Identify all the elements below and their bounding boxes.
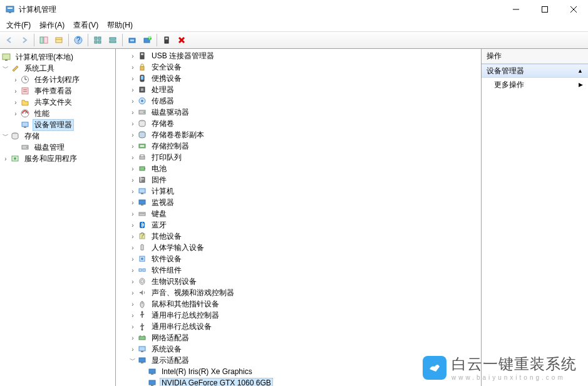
portable-icon [137, 73, 147, 83]
storage_ctrl-icon [137, 141, 147, 151]
maximize-button[interactable] [530, 0, 559, 19]
device-category-hid[interactable]: ›人体学输入设备 [116, 242, 481, 253]
tree-disk-mgmt[interactable]: › 磁盘管理 [1, 142, 114, 153]
scan-hardware-button[interactable] [125, 33, 139, 47]
chevron-right-icon[interactable]: › [128, 254, 137, 263]
device-category-usb[interactable]: ›USB 连接器管理器 [116, 50, 481, 61]
device-category-cpu[interactable]: ›处理器 [116, 84, 481, 95]
menu-view[interactable]: 查看(V) [70, 19, 102, 32]
tree-system-tools[interactable]: ﹀ 系统工具 [1, 63, 114, 74]
chevron-right-icon[interactable]: › [128, 277, 137, 286]
chevron-down-icon[interactable]: ﹀ [128, 356, 137, 365]
chevron-right-icon[interactable]: › [128, 198, 137, 207]
chevron-right-icon[interactable]: › [128, 51, 137, 60]
chevron-right-icon[interactable]: › [128, 164, 137, 173]
more-actions[interactable]: 更多操作 ▶ [482, 78, 588, 91]
device-category-volumes[interactable]: ›存储卷 [116, 118, 481, 129]
device-category-sensors[interactable]: ›传感器 [116, 95, 481, 107]
chevron-right-icon[interactable]: › [128, 288, 137, 297]
device-category-disk_drives[interactable]: ›磁盘驱动器 [116, 107, 481, 118]
display-adapter-item[interactable]: ›Intel(R) Iris(R) Xe Graphics [116, 366, 481, 377]
tree-event-viewer[interactable]: › 事件查看器 [1, 85, 114, 96]
device-category-bluetooth[interactable]: ›蓝牙 [116, 219, 481, 231]
chevron-right-icon[interactable]: › [128, 232, 137, 241]
device-category-monitor[interactable]: ›监视器 [116, 197, 481, 208]
usb-icon-button[interactable] [160, 33, 173, 47]
chevron-right-icon[interactable]: › [128, 85, 137, 94]
device-category-keyboard[interactable]: ›键盘 [116, 208, 481, 219]
device-category-usb_dev[interactable]: ›通用串行总线设备 [116, 321, 481, 332]
tree-task-scheduler[interactable]: › 任务计划程序 [1, 74, 114, 85]
resource-view-button[interactable] [106, 33, 120, 47]
device-category-network[interactable]: ›网络适配器 [116, 332, 481, 343]
chevron-right-icon[interactable]: › [128, 345, 137, 353]
device-category-battery[interactable]: ›电池 [116, 163, 481, 174]
device-category-storage_ctrl[interactable]: ›存储控制器 [116, 140, 481, 152]
display-adapter-item[interactable]: ›NVIDIA GeForce GTX 1060 6GB [116, 377, 481, 386]
svg-rect-66 [139, 189, 145, 193]
device-category-sw_components[interactable]: ›软件组件 [116, 264, 481, 276]
device-category-computer[interactable]: ›计算机 [116, 185, 481, 197]
menu-help[interactable]: 帮助(H) [103, 19, 137, 32]
chevron-right-icon[interactable]: › [128, 119, 137, 128]
device-category-usb_ctrl[interactable]: ›通用串行总线控制器 [116, 310, 481, 321]
chevron-right-icon[interactable]: › [11, 86, 20, 95]
chevron-right-icon[interactable]: › [128, 266, 137, 274]
device-category-print_queue[interactable]: ›打印队列 [116, 152, 481, 163]
chevron-right-icon[interactable]: › [128, 153, 137, 162]
forward-button[interactable] [18, 33, 31, 47]
chevron-right-icon[interactable]: › [11, 98, 20, 107]
tree-services-apps[interactable]: › 服务和应用程序 [1, 153, 114, 164]
chevron-right-icon[interactable]: › [128, 221, 137, 229]
menu-action[interactable]: 操作(A) [36, 19, 68, 32]
device-category-security[interactable]: ›安全设备 [116, 61, 481, 73]
menu-file[interactable]: 文件(F) [3, 19, 34, 32]
back-button[interactable] [3, 33, 16, 47]
tree-storage[interactable]: ﹀ 存储 [1, 130, 114, 142]
device-category-biometric[interactable]: ›生物识别设备 [116, 276, 481, 287]
add-legacy-button[interactable]: + [140, 33, 154, 47]
chevron-down-icon[interactable]: ﹀ [1, 132, 10, 140]
tree-shared-folders[interactable]: › 共享文件夹 [1, 96, 114, 108]
chevron-right-icon[interactable]: › [128, 311, 137, 320]
uninstall-button[interactable] [175, 33, 188, 47]
chevron-right-icon[interactable]: › [128, 74, 137, 83]
tree-performance[interactable]: › 性能 [1, 108, 114, 119]
device-category-firmware[interactable]: ›F固件 [116, 174, 481, 185]
chevron-right-icon[interactable]: › [128, 142, 137, 150]
chevron-right-icon[interactable]: › [128, 187, 137, 196]
navigation-tree[interactable]: 计算机管理(本地) ﹀ 系统工具 › 任务计划程序 › 事件查看器 › 共享文件… [0, 49, 116, 386]
device-category-system[interactable]: ›系统设备 [116, 343, 481, 355]
device-category-portable[interactable]: ›便携设备 [116, 73, 481, 84]
tree-device-manager[interactable]: › 设备管理器 [1, 119, 114, 130]
minimize-button[interactable] [502, 0, 530, 19]
chevron-right-icon[interactable]: › [128, 130, 137, 139]
device-category-display[interactable]: ﹀显示适配器 [116, 355, 481, 366]
chevron-right-icon[interactable]: › [128, 175, 137, 184]
tree-root[interactable]: 计算机管理(本地) [1, 51, 114, 63]
view-button[interactable] [52, 33, 66, 47]
help-button[interactable]: ? [71, 33, 85, 47]
chevron-right-icon[interactable]: › [128, 63, 137, 71]
chevron-right-icon[interactable]: › [128, 333, 137, 342]
chevron-right-icon[interactable]: › [128, 322, 137, 331]
device-category-audio_game[interactable]: ›声音、视频和游戏控制器 [116, 287, 481, 298]
chevron-right-icon[interactable]: › [128, 96, 137, 105]
device-category-sw_devices[interactable]: ›软件设备 [116, 253, 481, 264]
chevron-right-icon[interactable]: › [11, 75, 20, 84]
close-button[interactable] [559, 0, 588, 19]
device-view-button[interactable] [91, 33, 105, 47]
chevron-right-icon[interactable]: › [11, 109, 20, 118]
chevron-right-icon[interactable]: › [128, 243, 137, 252]
chevron-right-icon[interactable]: › [128, 108, 137, 117]
chevron-down-icon[interactable]: ﹀ [1, 64, 10, 73]
device-category-volume_shadow[interactable]: ›存储卷卷影副本 [116, 129, 481, 140]
device-tree[interactable]: ›USB 连接器管理器›安全设备›便携设备›处理器›传感器›磁盘驱动器›存储卷›… [116, 49, 482, 386]
actions-section[interactable]: 设备管理器 ▲ [482, 64, 588, 78]
device-category-other[interactable]: ›?其他设备 [116, 231, 481, 242]
device-category-mouse[interactable]: ›鼠标和其他指针设备 [116, 298, 481, 310]
chevron-right-icon[interactable]: › [128, 209, 137, 218]
chevron-right-icon[interactable]: › [1, 154, 10, 163]
show-hide-tree-button[interactable] [37, 33, 51, 47]
chevron-right-icon[interactable]: › [128, 300, 137, 308]
